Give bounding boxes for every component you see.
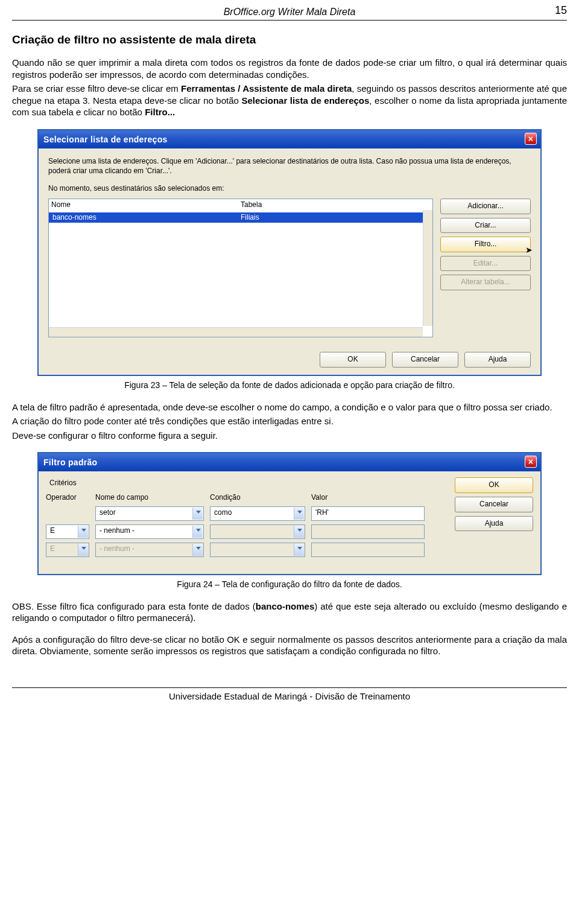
alterar-tabela-button: Alterar tabela... (440, 275, 531, 290)
address-list-table[interactable]: Nome Tabela banco-nomes Filiais (48, 199, 433, 337)
editar-button: Editar... (440, 256, 531, 272)
document-header: BrOffice.org Writer Mala Direta 15 (12, 6, 567, 21)
adicionar-button[interactable]: Adicionar... (440, 199, 531, 214)
condition-combo-1[interactable]: como (210, 506, 305, 521)
paragraph-filter-3: Deve-se configurar o filtro conforme fig… (12, 430, 567, 442)
filtro-button-label: Filtro... (475, 240, 497, 248)
figure-caption-24: Figura 24 – Tela de configuração do filt… (12, 579, 567, 590)
ajuda-button[interactable]: Ajuda (455, 516, 533, 532)
text-bold: banco-nomes (256, 601, 315, 611)
condition-combo-3 (210, 543, 305, 557)
obs-paragraph: OBS. Esse filtro fica configurado para e… (12, 601, 567, 624)
page-number: 15 (555, 4, 567, 18)
paragraph-filter-1: A tela de filtro padrão é apresentada, o… (12, 401, 567, 413)
text-fragment: OBS. Esse filtro fica configurado para e… (12, 601, 256, 611)
default-filter-dialog: Filtro padrão × Critérios Operador Nome … (37, 452, 542, 575)
column-header-nome: Nome (51, 200, 241, 210)
mouse-cursor-icon: ➤ (525, 244, 533, 255)
operator-combo-3: E (46, 543, 89, 557)
dialog-title-text: Selecionar lista de endereços (43, 135, 168, 144)
close-icon[interactable]: × (525, 456, 537, 468)
criterios-label: Critérios (49, 479, 448, 488)
final-paragraph: Após a configuração do filtro deve-se cl… (12, 634, 567, 657)
text-fragment: Para se criar esse filtro deve-se clicar… (12, 83, 181, 94)
input-value: 'RH' (315, 508, 329, 517)
value-input-3 (311, 543, 425, 557)
value-input-1[interactable]: 'RH' (311, 506, 425, 521)
ok-button[interactable]: OK (320, 352, 386, 368)
document-footer: Universidade Estadual de Maringá - Divis… (12, 687, 567, 703)
ajuda-button[interactable]: Ajuda (464, 352, 531, 368)
intro-paragraph-1: Quando não se quer imprimir a mala diret… (12, 57, 567, 80)
cancelar-button[interactable]: Cancelar (455, 497, 533, 512)
header-valor: Valor (311, 493, 448, 503)
text-bold: Ferramentas / Assistente de mala direta (181, 83, 352, 94)
paragraph-filter-2: A criação do filtro pode conter até três… (12, 415, 567, 427)
text-bold: Selecionar lista de endereços (241, 95, 369, 106)
header-campo: Nome do campo (95, 493, 204, 503)
condition-combo-2 (210, 524, 305, 539)
chevron-down-icon (297, 511, 302, 514)
combo-value: E (50, 526, 55, 535)
combo-value: - nenhum - (100, 526, 134, 535)
intro-paragraph-2: Para se criar esse filtro deve-se clicar… (12, 83, 567, 118)
table-row[interactable]: banco-nomes Filiais (49, 212, 432, 223)
dialog-titlebar[interactable]: Selecionar lista de endereços × (39, 130, 540, 148)
cancelar-button[interactable]: Cancelar (392, 352, 458, 368)
dialog-intro-text: Selecione uma lista de endereços. Clique… (48, 157, 531, 176)
field-name-combo-3: - nenhum - (95, 543, 204, 557)
current-selection-label: No momento, seus destinatários são selec… (48, 184, 531, 194)
section-heading: Criação de filtro no assistente de mala … (12, 33, 567, 48)
header-title: BrOffice.org Writer Mala Direta (224, 7, 356, 17)
chevron-down-icon (196, 511, 201, 514)
chevron-down-icon (297, 547, 302, 550)
combo-value: - nenhum - (100, 544, 134, 553)
field-name-combo-2[interactable]: - nenhum - (95, 524, 204, 539)
field-name-combo-1[interactable]: setor (95, 506, 204, 521)
dialog-titlebar[interactable]: Filtro padrão × (39, 453, 540, 471)
chevron-down-icon (196, 547, 201, 550)
combo-value: E (50, 544, 55, 553)
vertical-scrollbar[interactable] (423, 210, 432, 326)
chevron-down-icon (297, 529, 302, 532)
row-tabela-cell: Filiais (241, 213, 429, 223)
criar-button[interactable]: Criar... (440, 218, 531, 234)
ok-button[interactable]: OK (455, 477, 533, 493)
chevron-down-icon (196, 529, 201, 532)
operator-combo-2[interactable]: E (46, 524, 89, 539)
header-condicao: Condição (210, 493, 305, 503)
figure-caption-23: Figura 23 – Tela de seleção da fonte de … (12, 380, 567, 390)
column-header-tabela: Tabela (241, 200, 430, 210)
value-input-2 (311, 524, 425, 539)
chevron-down-icon (81, 547, 86, 550)
combo-value: setor (100, 508, 116, 517)
combo-value: como (214, 508, 232, 517)
select-address-list-dialog: Selecionar lista de endereços × Selecion… (37, 129, 542, 376)
close-icon[interactable]: × (525, 133, 537, 145)
chevron-down-icon (81, 529, 86, 532)
dialog-title-text: Filtro padrão (43, 457, 97, 467)
horizontal-scrollbar[interactable] (49, 327, 423, 337)
text-bold: Filtro... (145, 107, 175, 117)
row-nome-cell: banco-nomes (52, 213, 241, 223)
filtro-button[interactable]: Filtro... ➤ (440, 237, 531, 252)
header-operador: Operador (46, 493, 89, 503)
